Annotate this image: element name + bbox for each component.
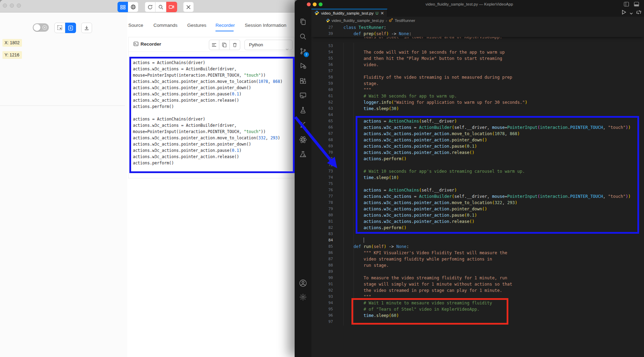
code-line[interactable]: 93""" bbox=[311, 294, 644, 300]
code-line[interactable]: 63time.sleep(30) bbox=[311, 106, 644, 112]
code-line[interactable]: 54The code will wait for 10 seconds for … bbox=[311, 49, 644, 55]
code-line[interactable]: 57 bbox=[311, 68, 644, 74]
code-line[interactable]: 95# of "Tears of Steel" video in KeplerV… bbox=[311, 306, 644, 312]
lab-flask-icon[interactable] bbox=[295, 147, 311, 161]
remote-explorer-icon[interactable] bbox=[295, 88, 311, 102]
tab-commands[interactable]: Commands bbox=[153, 22, 177, 29]
settings-gear-icon[interactable] bbox=[295, 290, 311, 304]
code-line[interactable]: 55and then hit the "Play Movie" button t… bbox=[311, 55, 644, 62]
code-line[interactable]: 84 bbox=[311, 237, 644, 243]
clear-recording-button[interactable] bbox=[230, 40, 240, 50]
code-line[interactable]: 62logger.info("Waiting for application t… bbox=[311, 99, 644, 106]
code-line[interactable]: 77actions.w3c_actions = ActionBuilder(se… bbox=[311, 193, 644, 200]
code-line[interactable]: 76actions = ActionChains(self.__driver) bbox=[311, 187, 644, 193]
code-line[interactable]: 78actions.w3c_actions.pointer_action.mov… bbox=[311, 200, 644, 206]
code-line[interactable]: 65actions = ActionChains(self.__driver) bbox=[311, 118, 644, 124]
quit-session-button[interactable] bbox=[183, 2, 194, 12]
minimize-window-button[interactable] bbox=[313, 2, 317, 6]
editor-tab[interactable]: video_fluidity_sample_test.py U ✕ bbox=[311, 9, 387, 17]
code-line[interactable]: 86""" KPI Visualizer's Video Fluidity Te… bbox=[311, 250, 644, 256]
code-line[interactable]: 61# Wait 30 seconds for app to warm up. bbox=[311, 93, 644, 99]
kepler-extension-icon[interactable]: K bbox=[295, 118, 311, 132]
code-line[interactable]: 90To measure the video streaming fluidit… bbox=[311, 275, 644, 281]
zoom-window-button[interactable] bbox=[17, 3, 21, 8]
code-line[interactable]: 87video streaming fluidity while perfomi… bbox=[311, 256, 644, 262]
code-line[interactable]: 79actions.w3c_actions.pointer_action.poi… bbox=[311, 206, 644, 212]
code-line[interactable]: 60""" bbox=[311, 87, 644, 93]
testing-icon[interactable] bbox=[295, 103, 311, 117]
code-line[interactable]: 83 bbox=[311, 231, 644, 237]
code-line[interactable]: 53 bbox=[311, 43, 644, 49]
code-line[interactable]: 92the video streamed in prep stage can p… bbox=[311, 287, 644, 294]
code-line[interactable]: 89 bbox=[311, 269, 644, 275]
element-interaction-toggle[interactable] bbox=[33, 23, 49, 32]
refresh-button[interactable] bbox=[145, 2, 156, 12]
extensions-icon[interactable] bbox=[295, 74, 311, 88]
sticky-scroll[interactable]: 27class TestRunner:39def prep(self) -> N… bbox=[311, 24, 644, 37]
code-line[interactable]: 58Fluidity of the video streaming is not… bbox=[311, 74, 644, 80]
web-view-button[interactable] bbox=[128, 2, 138, 12]
select-element-button[interactable] bbox=[54, 23, 65, 33]
code-line[interactable]: 66actions.w3c_actions = ActionBuilder(se… bbox=[311, 124, 644, 131]
run-debug-icon[interactable] bbox=[295, 59, 311, 73]
code-line[interactable]: 72 bbox=[311, 162, 644, 168]
tap-by-coordinates-button[interactable] bbox=[65, 23, 76, 33]
code-line[interactable]: 81actions.w3c_actions.pointer_action.rel… bbox=[311, 218, 644, 225]
grid-view-button[interactable] bbox=[118, 2, 128, 12]
split-editor-icon[interactable] bbox=[636, 10, 641, 16]
screen-recorder-button[interactable] bbox=[166, 2, 177, 12]
tab-recorder[interactable]: Recorder bbox=[215, 22, 235, 29]
tab-close-icon[interactable]: ✕ bbox=[380, 11, 384, 15]
toggle-sidebar-icon[interactable] bbox=[624, 2, 629, 8]
code-line[interactable]: 64 bbox=[311, 112, 644, 118]
close-window-button[interactable] bbox=[307, 2, 311, 6]
run-python-file-button[interactable] bbox=[622, 10, 626, 16]
run-options-chevron-icon[interactable] bbox=[630, 10, 633, 16]
react-atom-icon[interactable] bbox=[295, 133, 311, 147]
search-icon[interactable] bbox=[295, 30, 311, 44]
recorder-code[interactable]: actions = ActionChains(driver)actions.w3… bbox=[133, 60, 282, 166]
code-line[interactable]: 56video. bbox=[311, 62, 644, 68]
tab-gestures[interactable]: Gestures bbox=[187, 22, 206, 29]
code-line[interactable]: 59stage. bbox=[311, 80, 644, 87]
code-line[interactable]: 67actions.w3c_actions.pointer_action.mov… bbox=[311, 131, 644, 137]
code-line[interactable]: 27class TestRunner: bbox=[311, 24, 644, 31]
editor-region[interactable]: 5354The code will wait for 10 seconds fo… bbox=[311, 24, 644, 357]
close-window-button[interactable] bbox=[3, 3, 7, 8]
code-line[interactable]: Tears of Steel" in lower middle area of … bbox=[311, 37, 644, 40]
search-elements-button[interactable] bbox=[156, 2, 166, 12]
toggle-panel-icon[interactable] bbox=[634, 2, 639, 8]
code-line[interactable]: 73# Wait 10 seconds for app's video stre… bbox=[311, 168, 644, 174]
code-line[interactable]: 82actions.perform() bbox=[311, 225, 644, 231]
code-line[interactable]: 85def run(self) -> None: bbox=[311, 243, 644, 250]
language-select[interactable]: Python bbox=[244, 40, 293, 50]
breadcrumb-symbol[interactable]: TestRunner bbox=[395, 18, 415, 23]
code-line[interactable]: 97 bbox=[311, 319, 644, 325]
copy-code-button[interactable] bbox=[219, 40, 230, 50]
code-line[interactable]: 71actions.perform() bbox=[311, 156, 644, 162]
code-line[interactable]: 94# Wait 1 minute to mesaure video strea… bbox=[311, 300, 644, 306]
code-line[interactable]: 88run stage. bbox=[311, 262, 644, 269]
minimize-window-button[interactable] bbox=[10, 3, 14, 8]
breadcrumb-file[interactable]: video_fluidity_sample_test.py bbox=[332, 18, 384, 23]
source-control-icon[interactable]: 7 bbox=[295, 44, 311, 58]
code-line[interactable]: 96time.sleep(60) bbox=[311, 312, 644, 319]
recorder-code-line: actions.w3c_actions.pointer_action.relea… bbox=[133, 154, 282, 160]
show-boilerplate-button[interactable] bbox=[209, 40, 219, 50]
code-line[interactable]: 69actions.w3c_actions.pointer_action.pau… bbox=[311, 143, 644, 149]
tab-session-information[interactable]: Session Information bbox=[245, 22, 286, 29]
code-line[interactable]: 91stage will simply wait for 1 minute wi… bbox=[311, 281, 644, 287]
editor-code[interactable]: 5354The code will wait for 10 seconds fo… bbox=[311, 43, 644, 325]
account-icon[interactable] bbox=[295, 276, 311, 290]
zoom-window-button[interactable] bbox=[319, 2, 323, 6]
code-line[interactable]: 75 bbox=[311, 181, 644, 187]
tab-source[interactable]: Source bbox=[128, 22, 143, 29]
code-line[interactable]: 74time.sleep(10) bbox=[311, 174, 644, 181]
code-line[interactable]: 70actions.w3c_actions.pointer_action.rel… bbox=[311, 149, 644, 156]
code-line[interactable]: 39def prep(self) -> None: bbox=[311, 31, 644, 37]
device-screenshot-pane[interactable]: X: 1802 Y: 1216 bbox=[0, 13, 127, 357]
code-line[interactable]: 68actions.w3c_actions.pointer_action.poi… bbox=[311, 137, 644, 143]
download-screenshot-button[interactable] bbox=[81, 23, 92, 33]
code-line[interactable]: 80actions.w3c_actions.pointer_action.pau… bbox=[311, 212, 644, 218]
explorer-icon[interactable] bbox=[295, 15, 311, 29]
